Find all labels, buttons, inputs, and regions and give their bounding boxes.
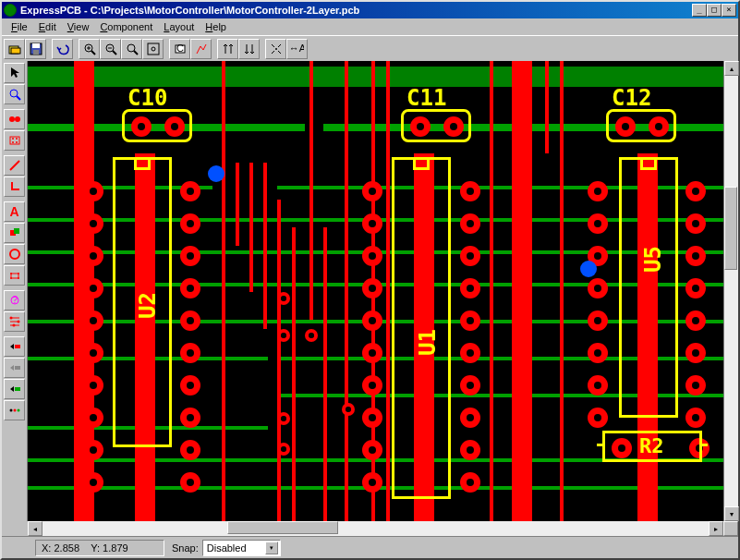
rect-tool[interactable] — [4, 223, 25, 243]
toolbar: C ↔A — [2, 35, 738, 61]
svg-rect-28 — [10, 137, 19, 144]
silk-u5 — [619, 157, 678, 418]
silk-c10 — [122, 109, 192, 142]
select-tool[interactable] — [4, 63, 25, 83]
svg-text:C: C — [176, 43, 184, 54]
save-button[interactable] — [25, 39, 46, 59]
coord-panel: X: 2.858 Y: 1.879 — [35, 540, 164, 556]
open-button[interactable] — [4, 39, 25, 59]
app-window: ExpressPCB - C:\Projects\MotorController… — [0, 0, 740, 560]
arc-tool[interactable] — [4, 265, 25, 286]
x-label: X: — [42, 542, 51, 554]
maximize-button[interactable]: □ — [707, 4, 722, 17]
scrollbar-h-container: ◂ ▸ — [2, 521, 738, 536]
main-area: A ? — [2, 61, 738, 521]
menu-component[interactable]: Component — [94, 20, 158, 33]
top-layer-button[interactable] — [217, 39, 238, 59]
menu-layout[interactable]: Layout — [158, 20, 200, 33]
label-c12: C12 — [612, 85, 651, 111]
titlebar: ExpressPCB - C:\Projects\MotorController… — [2, 2, 738, 18]
zoom-tool[interactable] — [4, 84, 25, 104]
svg-line-10 — [113, 51, 116, 55]
circle-tool[interactable] — [4, 244, 25, 264]
svg-rect-49 — [15, 387, 20, 391]
svg-point-27 — [15, 116, 20, 122]
scroll-up-button[interactable]: ▴ — [724, 61, 739, 76]
highlight-net-button[interactable] — [190, 39, 212, 59]
canvas-area[interactable]: C10 C11 C12 U2 U1 U5 R2 — [28, 61, 723, 521]
scroll-right-button[interactable]: ▸ — [709, 521, 723, 536]
svg-point-29 — [12, 138, 14, 140]
svg-point-15 — [152, 47, 155, 51]
svg-text:↔A: ↔A — [291, 43, 304, 54]
scroll-down-button[interactable]: ▾ — [724, 506, 739, 521]
disconnect-tool[interactable]: ? — [4, 290, 25, 310]
label-c10: C10 — [127, 85, 167, 111]
svg-rect-4 — [33, 50, 39, 55]
menu-file[interactable]: File — [6, 20, 33, 33]
snap-label: Snap: — [172, 542, 199, 554]
y-label: Y: — [91, 542, 100, 554]
snap-grid-button[interactable]: ↔A — [286, 39, 308, 59]
menu-edit[interactable]: Edit — [33, 20, 62, 33]
options-button[interactable] — [4, 400, 25, 420]
undo-button[interactable] — [52, 39, 73, 59]
svg-point-31 — [12, 141, 14, 143]
svg-rect-48 — [15, 366, 20, 370]
zoom-fit-button[interactable] — [142, 39, 164, 59]
snap-center-button[interactable] — [265, 39, 286, 59]
snap-dropdown-button[interactable]: ▾ — [265, 542, 278, 554]
svg-point-50 — [9, 409, 12, 412]
svg-point-44 — [9, 317, 12, 320]
svg-rect-47 — [15, 345, 20, 348]
scrollbar-vertical[interactable]: ▴ ▾ — [723, 61, 738, 521]
svg-rect-37 — [11, 274, 18, 278]
svg-line-13 — [134, 51, 138, 55]
svg-point-51 — [13, 409, 16, 412]
close-button[interactable]: × — [722, 4, 736, 17]
component-info-button[interactable]: C — [169, 39, 190, 59]
app-icon — [4, 4, 17, 17]
snap-select[interactable]: Disabled ▾ — [202, 540, 281, 556]
y-value: 1.879 — [103, 542, 128, 554]
titlebar-text: ExpressPCB - C:\Projects\MotorController… — [20, 5, 692, 16]
bottom-layer-button[interactable] — [238, 39, 260, 59]
text-tool[interactable]: A — [4, 201, 25, 222]
zoom-last-button[interactable] — [121, 39, 142, 59]
svg-point-40 — [10, 277, 12, 279]
svg-point-32 — [16, 141, 18, 143]
scroll-left-button[interactable]: ◂ — [28, 521, 42, 536]
silk-c12 — [606, 109, 676, 142]
svg-point-22 — [275, 48, 277, 50]
svg-point-30 — [16, 138, 18, 140]
highlight-tool[interactable] — [4, 311, 25, 332]
label-c11: C11 — [406, 85, 446, 111]
side-toolbar: A ? — [2, 61, 28, 521]
pcb-canvas[interactable]: C10 C11 C12 U2 U1 U5 R2 — [28, 61, 723, 521]
svg-line-25 — [17, 96, 20, 100]
zoom-out-button[interactable] — [100, 39, 121, 59]
label-r2: R2 — [639, 434, 664, 457]
menu-view[interactable]: View — [62, 20, 95, 33]
svg-point-36 — [10, 250, 19, 259]
layer-inner-button[interactable] — [4, 358, 25, 378]
svg-point-26 — [9, 116, 15, 122]
svg-point-52 — [17, 409, 19, 412]
layer-top-button[interactable] — [4, 336, 25, 357]
svg-rect-3 — [32, 43, 40, 48]
pad-tool[interactable] — [4, 109, 25, 129]
x-value: 2.858 — [54, 542, 79, 554]
component-tool[interactable] — [4, 130, 25, 151]
via — [208, 165, 224, 182]
trace-tool[interactable] — [4, 155, 25, 176]
layer-bottom-button[interactable] — [4, 379, 25, 399]
label-u2: U2 — [135, 292, 161, 319]
corner-tool[interactable] — [4, 177, 25, 197]
svg-point-39 — [18, 273, 19, 274]
svg-point-38 — [10, 273, 12, 274]
svg-rect-35 — [14, 228, 19, 234]
scrollbar-horizontal[interactable]: ◂ ▸ — [28, 521, 723, 536]
zoom-in-button[interactable] — [79, 39, 100, 59]
minimize-button[interactable]: _ — [692, 4, 707, 17]
menu-help[interactable]: Help — [200, 20, 232, 33]
